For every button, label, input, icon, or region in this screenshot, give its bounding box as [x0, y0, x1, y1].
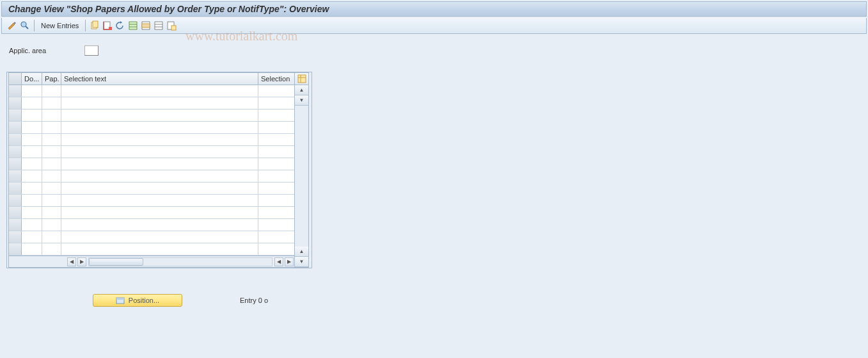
- row-selector[interactable]: [9, 110, 22, 121]
- cell-selection[interactable]: [258, 231, 294, 243]
- row-selector[interactable]: [9, 207, 22, 218]
- cell-selection-text[interactable]: [61, 219, 258, 231]
- select-block-icon[interactable]: [141, 20, 151, 31]
- cell-do[interactable]: [22, 219, 42, 231]
- row-selector[interactable]: [9, 85, 22, 97]
- find-icon[interactable]: [20, 20, 30, 31]
- cell-pap[interactable]: [42, 219, 61, 231]
- cell-selection[interactable]: [258, 97, 294, 109]
- cell-selection[interactable]: [258, 134, 294, 145]
- row-selector[interactable]: [9, 158, 22, 170]
- row-selector[interactable]: [9, 231, 22, 243]
- cell-do[interactable]: [22, 183, 42, 194]
- cell-selection[interactable]: [258, 122, 294, 133]
- print-bc-set-icon[interactable]: [166, 20, 177, 31]
- cell-do[interactable]: [22, 85, 42, 97]
- col-header-do[interactable]: Do...: [22, 73, 42, 85]
- cell-selection-text[interactable]: [61, 110, 258, 121]
- vscroll-track[interactable]: [295, 106, 308, 247]
- cell-selection-text[interactable]: [61, 207, 258, 218]
- scroll-left-step2-icon[interactable]: ◀: [274, 257, 283, 266]
- scroll-right-step-icon[interactable]: ▶: [77, 257, 86, 266]
- cell-pap[interactable]: [42, 134, 61, 145]
- scroll-left-icon[interactable]: ◀: [67, 257, 76, 266]
- cell-selection-text[interactable]: [61, 231, 258, 243]
- cell-do[interactable]: [22, 134, 42, 145]
- cell-do[interactable]: [22, 243, 42, 255]
- cell-selection[interactable]: [258, 219, 294, 231]
- cell-selection[interactable]: [258, 183, 294, 194]
- row-selector[interactable]: [9, 243, 22, 255]
- col-header-pap[interactable]: Pap.: [42, 73, 61, 85]
- copy-as-icon[interactable]: [90, 20, 100, 31]
- cell-selection-text[interactable]: [61, 243, 258, 255]
- cell-pap[interactable]: [42, 85, 61, 97]
- row-selector[interactable]: [9, 122, 22, 133]
- row-select-header[interactable]: [9, 73, 22, 85]
- cell-pap[interactable]: [42, 231, 61, 243]
- row-selector[interactable]: [9, 97, 22, 109]
- cell-selection-text[interactable]: [61, 85, 258, 97]
- cell-selection[interactable]: [258, 243, 294, 255]
- cell-selection[interactable]: [258, 195, 294, 206]
- cell-do[interactable]: [22, 158, 42, 170]
- cell-selection-text[interactable]: [61, 183, 258, 194]
- cell-pap[interactable]: [42, 110, 61, 121]
- row-selector[interactable]: [9, 195, 22, 206]
- cell-selection-text[interactable]: [61, 170, 258, 182]
- cell-selection-text[interactable]: [61, 146, 258, 158]
- toggle-display-change-icon[interactable]: [7, 20, 17, 31]
- row-selector[interactable]: [9, 219, 22, 231]
- cell-do[interactable]: [22, 195, 42, 206]
- deselect-all-icon[interactable]: [154, 20, 164, 31]
- cell-selection-text[interactable]: [61, 158, 258, 170]
- cell-pap[interactable]: [42, 146, 61, 158]
- row-selector[interactable]: [9, 146, 22, 158]
- col-header-selection[interactable]: Selection: [258, 73, 294, 85]
- cell-pap[interactable]: [42, 207, 61, 218]
- undo-change-icon[interactable]: [115, 20, 125, 31]
- cell-selection[interactable]: [258, 85, 294, 97]
- cell-selection-text[interactable]: [61, 195, 258, 206]
- new-entries-button[interactable]: New Entries: [38, 22, 81, 29]
- cell-do[interactable]: [22, 207, 42, 218]
- scroll-right-icon[interactable]: ▶: [285, 257, 294, 266]
- cell-selection[interactable]: [258, 158, 294, 170]
- cell-pap[interactable]: [42, 183, 61, 194]
- cell-pap[interactable]: [42, 122, 61, 133]
- hscroll-track[interactable]: [88, 257, 272, 266]
- row-selector[interactable]: [9, 134, 22, 145]
- cell-selection[interactable]: [258, 146, 294, 158]
- cell-selection-text[interactable]: [61, 134, 258, 145]
- position-button[interactable]: Position...: [93, 294, 182, 307]
- cell-selection[interactable]: [258, 110, 294, 121]
- cell-do[interactable]: [22, 231, 42, 243]
- scroll-down-icon[interactable]: ▼: [295, 257, 308, 267]
- select-all-icon[interactable]: [128, 20, 138, 31]
- delete-icon[interactable]: [102, 20, 113, 31]
- cell-pap[interactable]: [42, 195, 61, 206]
- cell-selection[interactable]: [258, 170, 294, 182]
- hscroll-thumb[interactable]: [89, 258, 143, 266]
- cell-selection-text[interactable]: [61, 122, 258, 133]
- cell-selection-text[interactable]: [61, 97, 258, 109]
- scroll-up-icon[interactable]: ▲: [295, 85, 308, 95]
- table-settings-icon[interactable]: [295, 73, 308, 85]
- cell-pap[interactable]: [42, 170, 61, 182]
- cell-pap[interactable]: [42, 97, 61, 109]
- applic-area-input[interactable]: [84, 45, 99, 56]
- cell-do[interactable]: [22, 170, 42, 182]
- cell-do[interactable]: [22, 97, 42, 109]
- row-selector[interactable]: [9, 170, 22, 182]
- cell-pap[interactable]: [42, 243, 61, 255]
- table-row: [9, 243, 294, 256]
- row-selector[interactable]: [9, 183, 22, 194]
- scroll-page-up-icon[interactable]: ▼: [295, 95, 308, 106]
- cell-pap[interactable]: [42, 158, 61, 170]
- scroll-page-down-icon[interactable]: ▲: [295, 247, 308, 257]
- cell-do[interactable]: [22, 110, 42, 121]
- cell-do[interactable]: [22, 122, 42, 133]
- col-header-selection-text[interactable]: Selection text: [61, 73, 258, 85]
- cell-selection[interactable]: [258, 207, 294, 218]
- cell-do[interactable]: [22, 146, 42, 158]
